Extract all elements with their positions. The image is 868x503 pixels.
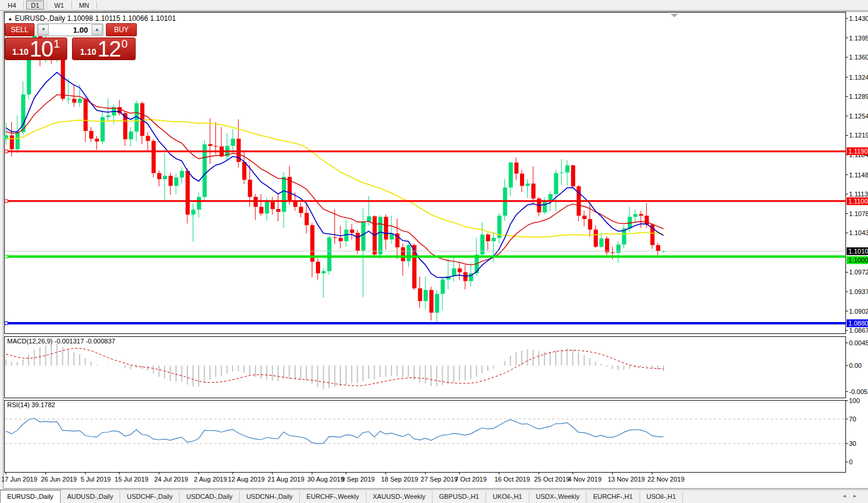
candle-body [83,99,87,131]
candle-body [520,174,524,186]
date-tick-label: 2 Aug 2019 [194,476,227,483]
tab-scroll-right-icon[interactable]: ► [853,493,863,499]
candle-body [634,214,638,217]
candle-body [129,132,133,139]
symbol-tab-4[interactable]: USDCAD-,Daily [180,491,240,503]
candle-body [89,131,93,139]
toolbar-separator [71,1,72,9]
date-tick-label: 27 Sep 2019 [421,476,457,483]
candle-body [367,216,371,221]
candle-body [333,238,337,238]
price-level-tag: 1.08800 [847,319,868,327]
sell-button[interactable]: SELL [5,23,35,36]
tab-scroll-arrows[interactable]: ◄► [842,493,863,499]
candle-body [316,262,320,274]
candle-body [412,245,416,289]
candle-body [526,183,530,186]
price-tick-label: 1.12540 [849,113,868,120]
candle-body [214,146,218,146]
buy-button[interactable]: BUY [106,23,137,36]
volume-increase-button[interactable]: ▲ [92,24,102,35]
buy-price-box[interactable]: 1.10 12 0 [72,38,136,60]
collapse-panel-icon[interactable]: ▲ [8,16,12,21]
symbol-tab-1[interactable]: EURUSD-,Daily [0,490,61,503]
macd-tick-label: 0.004536 [849,339,868,346]
date-tick-label: 26 Jun 2019 [41,476,77,483]
price-tick-label: 1.13600 [849,54,868,61]
candle-body [259,207,264,214]
chart-canvas[interactable] [0,0,868,503]
candle-body [95,139,99,142]
volume-input[interactable] [49,24,92,35]
candle-body [163,176,167,179]
candle-body [554,173,558,194]
timeframe-button-mn[interactable]: MN [74,1,94,10]
timeframe-button-h4[interactable]: H4 [3,1,21,10]
date-tick-label: 12 Aug 2019 [228,476,265,483]
rsi-pane[interactable] [5,401,846,473]
candle-body [350,230,354,233]
main-pane[interactable] [5,13,846,334]
price-tick-label: 1.09720 [849,268,868,276]
sell-price-pips: 10 [30,40,53,60]
candle-body [146,136,150,140]
candle-body [463,272,468,281]
symbol-tab-5[interactable]: USDCNH-,Daily [240,491,300,503]
candle-body [639,214,643,216]
rsi-tick-label: 70 [849,415,856,423]
timeframe-button-w1[interactable]: W1 [49,1,69,10]
sell-price-prefix: 1.10 [12,47,29,57]
date-tick-label: 4 Nov 2019 [568,476,601,483]
line-drag-handle[interactable] [5,199,8,202]
price-level-tag: 1.11901 [847,148,868,155]
price-tick-label: 1.12890 [849,93,868,100]
candle-body [168,176,173,186]
date-tick-label: 25 Oct 2019 [534,476,570,483]
price-tick-label: 1.10430 [849,229,868,236]
line-drag-handle[interactable] [5,255,8,258]
symbol-tab-12[interactable]: USOil-,H1 [640,491,684,503]
candle-body [605,239,609,252]
candle-body [271,202,275,209]
symbol-tab-8[interactable]: GBPUSD-,H1 [433,491,486,503]
candle-body [152,141,156,173]
candle-body [435,294,439,313]
candle-body [406,245,411,261]
volume-decrease-button[interactable]: ▼ [38,24,49,35]
symbol-tab-3[interactable]: USDCHF-,Daily [120,491,180,503]
symbol-tab-9[interactable]: UKOil-,H1 [486,491,529,503]
timeframe-button-d1[interactable]: D1 [26,1,44,10]
date-tick-label: 21 Aug 2019 [268,476,305,483]
rsi-tick-label: 100 [849,397,860,404]
line-drag-handle[interactable] [5,321,8,324]
rsi-tick-label: 30 [849,440,856,447]
candle-body [72,99,76,103]
symbol-tab-2[interactable]: AUDUSD-,Daily [61,491,121,503]
candle-body [599,239,603,247]
candle-body [457,268,462,273]
macd-tick-label: 0.00 [849,362,861,369]
sell-price-box[interactable]: 1.10 10 1 [5,38,67,60]
timeframe-toolbar: H4D1W1MN [0,0,868,11]
tab-scroll-left-icon[interactable]: ◄ [842,493,853,499]
date-tick-label: 13 Nov 2019 [607,476,644,483]
line-drag-handle[interactable] [5,150,8,153]
volume-stepper: ▼ ▲ [37,23,104,36]
toolbar-separator [96,1,97,9]
candle-body [191,210,195,214]
candle-body [441,279,445,293]
candle-body [276,209,280,212]
candle-body [106,115,111,117]
candle-body [418,288,422,301]
toolbar-separator [23,1,24,9]
symbol-tab-6[interactable]: EURCHF-,Weekly [300,491,366,503]
candle-body [174,177,178,186]
candle-body [299,207,303,213]
symbol-tab-10[interactable]: USDX-,Weekly [529,491,587,503]
candle-body [424,290,428,301]
macd-label: MACD(12,26,9) -0.001317 -0.000837 [7,338,115,345]
candle-body [248,180,252,197]
symbol-tab-7[interactable]: XAUUSD-,Weekly [366,491,433,503]
symbol-tab-11[interactable]: EURCHF-,H1 [587,491,640,503]
price-level-tag: 1.10101 [847,247,868,255]
